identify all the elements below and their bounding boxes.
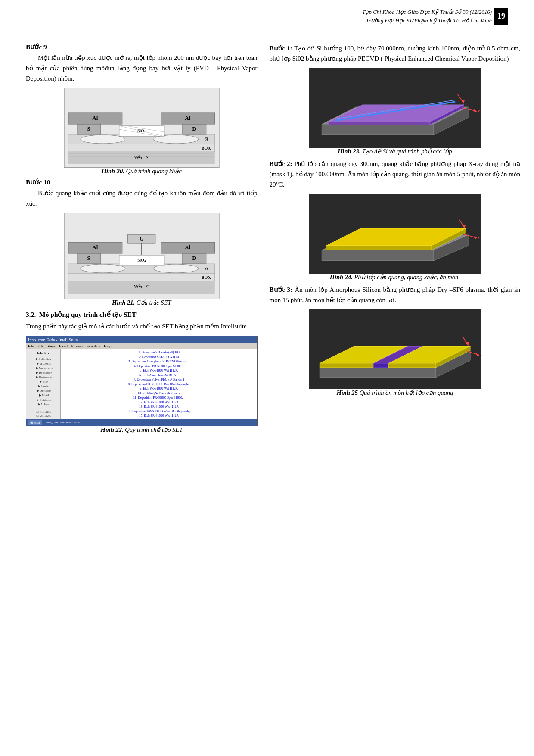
svg-text:x: x (480, 352, 482, 357)
buoc1-text: Bước 1: Tạo đế Si hướng 100, bề dày 70.0… (270, 43, 520, 64)
sw-content: 1: Definition Si Crystal(all) 100 2: Dep… (61, 349, 257, 426)
section32-heading: 3.2. Mô phỏng quy trình chế tạo SET (26, 311, 258, 319)
svg-text:Nền - Si: Nền - Si (133, 155, 150, 160)
svg-text:Al: Al (92, 115, 98, 121)
svg-rect-27 (68, 273, 215, 281)
svg-text:D: D (192, 126, 196, 132)
svg-text:BOX: BOX (202, 146, 211, 150)
svg-marker-65 (326, 246, 432, 250)
svg-text:D: D (192, 255, 196, 261)
figure-25-svg: x (270, 309, 520, 389)
section32-text: Trong phần này tác giả mô tả các bước và… (26, 321, 258, 331)
svg-text:x: x (477, 108, 480, 113)
svg-text:Al: Al (185, 244, 190, 250)
sw-taskbar: ⊞ start Inno_com.Fade IntelliSuite (26, 419, 257, 426)
svg-text:Al: Al (92, 244, 98, 250)
svg-text:BOX: BOX (202, 275, 211, 280)
figure-22-software: Inno_com.Fade - IntelliSuite File Edit V… (26, 336, 258, 426)
svg-text:x: x (477, 235, 480, 240)
figure-24-svg: x (270, 194, 520, 274)
sw-title-bar: Inno_com.Fade - IntelliSuite (26, 336, 257, 343)
figure-20-caption: Hình 20. Quá trình quang khắc (26, 168, 258, 175)
buoc10-title: Bước 10 (26, 178, 258, 186)
buoc3-text: Bước 3: Ăn mòn lớp Amorphous Silicon bằn… (270, 284, 520, 305)
svg-marker-48 (322, 124, 434, 135)
figure-22-block: Inno_com.Fade - IntelliSuite File Edit V… (26, 336, 258, 434)
svg-text:S: S (87, 255, 90, 261)
svg-marker-78 (320, 363, 373, 368)
sw-menu-bar: File Edit View Insert Process Simulate H… (26, 343, 257, 349)
buoc2-text: Bước 2: Phủ lớp cản quang dày 300nm, qua… (270, 159, 520, 190)
page-number: 19 (494, 8, 508, 25)
figure-24-block: x Hình 24. Phủ lớp cản quang, quang khắc… (270, 194, 520, 281)
svg-marker-75 (320, 368, 436, 378)
page-header: Tạp Chí Khoa Học Giáo Dục Kỹ Thuật Số 39… (362, 8, 508, 25)
figure-22-caption: Hình 22. Quy trình chế tạo SET (26, 426, 258, 434)
svg-point-7 (81, 135, 125, 144)
sw-sidebar: InfoTree ▶ Definition ▶ Si Crystal ▶ Amo… (26, 349, 61, 426)
figure-23-caption: Hình 23. Tạo đế Si và quá trình phủ các … (270, 148, 520, 155)
svg-text:SiO₂: SiO₂ (137, 128, 146, 133)
figure-21-svg: Nền - Si BOX Si SiO₂ S (26, 213, 258, 299)
svg-marker-81 (373, 363, 388, 368)
figure-25-caption: Hình 25 Quá trình ăn mòn hết lớp cản qua… (270, 389, 520, 397)
right-column: Bước 1: Tạo đế Si hướng 100, bề dày 70.0… (270, 43, 520, 437)
svg-marker-84 (388, 363, 436, 368)
figure-20-block: Nền - Si BOX Si SiO₂ S (26, 88, 258, 175)
figure-24-caption: Hình 24. Phủ lớp cản quang, quang khắc, … (270, 274, 520, 281)
svg-text:Al: Al (185, 115, 190, 121)
left-column: Bước 9 Một lần nữa tiếp xúc được mở ra, … (26, 43, 258, 437)
svg-text:Si: Si (205, 137, 208, 141)
figure-23-svg: x (270, 68, 520, 148)
figure-25-block: x Hình 25 Quá trình ăn mòn hết lớp cản q… (270, 309, 520, 397)
buoc10-text: Bước quang khắc cuối cùng được dùng để t… (26, 188, 258, 209)
svg-text:S: S (87, 126, 90, 132)
svg-rect-3 (68, 144, 215, 152)
buoc9-title: Bước 9 (26, 43, 258, 51)
svg-text:G: G (140, 236, 143, 242)
figure-21-block: Nền - Si BOX Si SiO₂ S (26, 213, 258, 306)
svg-marker-51 (328, 122, 429, 125)
buoc9-text: Một lần nữa tiếp xúc được mở ra, một lớp… (26, 53, 258, 84)
figure-21-caption: Hình 21. Cấu trúc SET (26, 299, 258, 306)
figure-23-block: x Hình 23. Tạo đế Si và quá trình phủ cá… (270, 68, 520, 155)
svg-marker-62 (322, 250, 434, 261)
figure-20-svg: Nền - Si BOX Si SiO₂ S (26, 88, 258, 168)
journal-info: Tạp Chí Khoa Học Giáo Dục Kỹ Thuật Số 39… (362, 8, 494, 25)
svg-point-31 (81, 264, 125, 273)
svg-text:SiO₂: SiO₂ (137, 258, 146, 262)
svg-text:Nền - Si: Nền - Si (133, 284, 150, 289)
svg-text:Si: Si (205, 266, 208, 271)
